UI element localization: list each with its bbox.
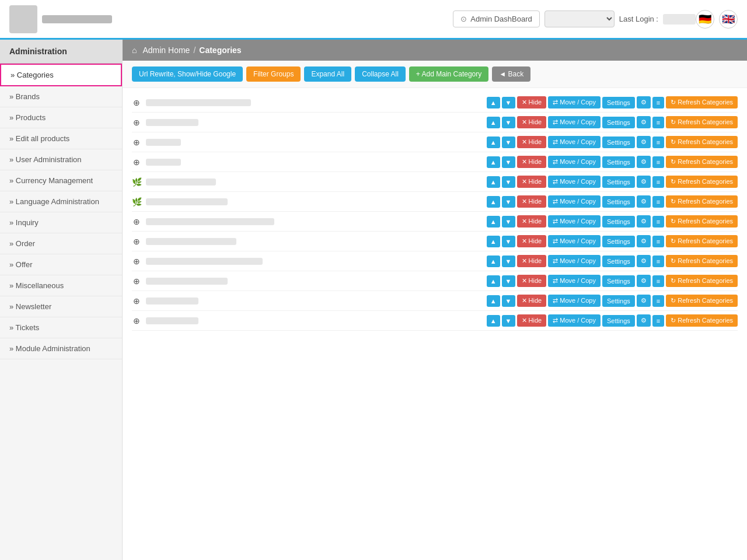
list-button[interactable]: ≡ bbox=[652, 136, 664, 148]
gear-button[interactable]: ⚙ bbox=[637, 275, 651, 287]
settings-button[interactable]: Settings bbox=[602, 315, 635, 327]
breadcrumb-home-link[interactable]: Admin Home bbox=[142, 46, 190, 55]
header-select[interactable] bbox=[544, 10, 615, 27]
gear-button[interactable]: ⚙ bbox=[637, 176, 651, 188]
list-button[interactable]: ≡ bbox=[652, 117, 664, 128]
move-down-button[interactable]: ▼ bbox=[502, 315, 515, 327]
move-down-button[interactable]: ▼ bbox=[502, 256, 515, 267]
move-copy-button[interactable]: ⇄ Move / Copy bbox=[548, 176, 601, 188]
list-button[interactable]: ≡ bbox=[652, 275, 664, 287]
list-button[interactable]: ≡ bbox=[652, 176, 664, 188]
settings-button[interactable]: Settings bbox=[602, 117, 635, 128]
move-copy-button[interactable]: ⇄ Move / Copy bbox=[548, 116, 601, 128]
refresh-categories-button[interactable]: ↻ Refresh Categories bbox=[666, 275, 738, 287]
sidebar-item-currency-management[interactable]: » Currency Management bbox=[0, 170, 122, 191]
move-down-button[interactable]: ▼ bbox=[502, 176, 515, 188]
list-button[interactable]: ≡ bbox=[652, 256, 664, 267]
hide-button[interactable]: ✕ Hide bbox=[517, 275, 547, 287]
refresh-categories-button[interactable]: ↻ Refresh Categories bbox=[666, 116, 738, 128]
hide-button[interactable]: ✕ Hide bbox=[517, 116, 547, 128]
list-button[interactable]: ≡ bbox=[652, 295, 664, 307]
move-copy-button[interactable]: ⇄ Move / Copy bbox=[548, 295, 601, 307]
settings-button[interactable]: Settings bbox=[602, 156, 635, 168]
sidebar-item-inquiry[interactable]: » Inquiry bbox=[0, 212, 122, 233]
sidebar-item-tickets[interactable]: » Tickets bbox=[0, 317, 122, 338]
refresh-categories-button[interactable]: ↻ Refresh Categories bbox=[666, 156, 738, 168]
filter-groups-button[interactable]: Filter Groups bbox=[246, 66, 301, 82]
sidebar-item-order[interactable]: » Order bbox=[0, 233, 122, 254]
move-up-button[interactable]: ▲ bbox=[487, 315, 500, 327]
refresh-categories-button[interactable]: ↻ Refresh Categories bbox=[666, 255, 738, 267]
gear-button[interactable]: ⚙ bbox=[637, 295, 651, 307]
list-button[interactable]: ≡ bbox=[652, 97, 664, 108]
refresh-categories-button[interactable]: ↻ Refresh Categories bbox=[666, 96, 738, 108]
hide-button[interactable]: ✕ Hide bbox=[517, 295, 547, 307]
flag-de[interactable]: 🇩🇪 bbox=[696, 10, 714, 29]
move-up-button[interactable]: ▲ bbox=[487, 216, 500, 228]
list-button[interactable]: ≡ bbox=[652, 315, 664, 327]
url-rewrite-button[interactable]: Url Rewrite, Show/Hide Google bbox=[132, 66, 243, 82]
refresh-categories-button[interactable]: ↻ Refresh Categories bbox=[666, 136, 738, 148]
move-up-button[interactable]: ▲ bbox=[487, 295, 500, 307]
gear-button[interactable]: ⚙ bbox=[637, 314, 651, 327]
move-copy-button[interactable]: ⇄ Move / Copy bbox=[548, 136, 601, 148]
settings-button[interactable]: Settings bbox=[602, 236, 635, 247]
settings-button[interactable]: Settings bbox=[602, 295, 635, 307]
admin-dashboard-button[interactable]: ⊙ Admin DashBoard bbox=[453, 10, 540, 27]
move-down-button[interactable]: ▼ bbox=[502, 295, 515, 307]
sidebar-item-categories[interactable]: » Categories bbox=[0, 64, 122, 86]
refresh-categories-button[interactable]: ↻ Refresh Categories bbox=[666, 235, 738, 247]
back-button[interactable]: ◄ Back bbox=[492, 66, 530, 82]
move-up-button[interactable]: ▲ bbox=[487, 256, 500, 267]
expand-all-button[interactable]: Expand All bbox=[304, 66, 351, 82]
settings-button[interactable]: Settings bbox=[602, 275, 635, 287]
hide-button[interactable]: ✕ Hide bbox=[517, 136, 547, 148]
move-copy-button[interactable]: ⇄ Move / Copy bbox=[548, 156, 601, 168]
hide-button[interactable]: ✕ Hide bbox=[517, 195, 547, 208]
refresh-categories-button[interactable]: ↻ Refresh Categories bbox=[666, 215, 738, 228]
settings-button[interactable]: Settings bbox=[602, 196, 635, 208]
hide-button[interactable]: ✕ Hide bbox=[517, 255, 547, 267]
gear-button[interactable]: ⚙ bbox=[637, 96, 651, 108]
add-main-category-button[interactable]: + Add Main Category bbox=[409, 66, 488, 82]
move-down-button[interactable]: ▼ bbox=[502, 216, 515, 228]
move-copy-button[interactable]: ⇄ Move / Copy bbox=[548, 255, 601, 267]
gear-button[interactable]: ⚙ bbox=[637, 195, 651, 208]
list-button[interactable]: ≡ bbox=[652, 156, 664, 168]
gear-button[interactable]: ⚙ bbox=[637, 116, 651, 128]
move-down-button[interactable]: ▼ bbox=[502, 136, 515, 148]
sidebar-item-edit-all-products[interactable]: » Edit all products bbox=[0, 128, 122, 149]
move-up-button[interactable]: ▲ bbox=[487, 136, 500, 148]
settings-button[interactable]: Settings bbox=[602, 176, 635, 188]
list-button[interactable]: ≡ bbox=[652, 196, 664, 208]
gear-button[interactable]: ⚙ bbox=[637, 255, 651, 267]
move-copy-button[interactable]: ⇄ Move / Copy bbox=[548, 215, 601, 228]
hide-button[interactable]: ✕ Hide bbox=[517, 215, 547, 228]
settings-button[interactable]: Settings bbox=[602, 256, 635, 267]
flag-gb[interactable]: 🇬🇧 bbox=[719, 10, 738, 29]
sidebar-item-language-administration[interactable]: » Language Administration bbox=[0, 191, 122, 212]
gear-button[interactable]: ⚙ bbox=[637, 136, 651, 148]
move-up-button[interactable]: ▲ bbox=[487, 196, 500, 208]
refresh-categories-button[interactable]: ↻ Refresh Categories bbox=[666, 295, 738, 307]
move-copy-button[interactable]: ⇄ Move / Copy bbox=[548, 96, 601, 108]
settings-button[interactable]: Settings bbox=[602, 97, 635, 108]
move-down-button[interactable]: ▼ bbox=[502, 97, 515, 108]
list-button[interactable]: ≡ bbox=[652, 236, 664, 247]
move-up-button[interactable]: ▲ bbox=[487, 275, 500, 287]
sidebar-item-brands[interactable]: » Brands bbox=[0, 86, 122, 107]
sidebar-item-module-administration[interactable]: » Module Administration bbox=[0, 338, 122, 359]
settings-button[interactable]: Settings bbox=[602, 216, 635, 228]
settings-button[interactable]: Settings bbox=[602, 136, 635, 148]
move-up-button[interactable]: ▲ bbox=[487, 176, 500, 188]
sidebar-item-user-administration[interactable]: » User Administration bbox=[0, 149, 122, 170]
hide-button[interactable]: ✕ Hide bbox=[517, 156, 547, 168]
hide-button[interactable]: ✕ Hide bbox=[517, 96, 547, 108]
refresh-categories-button[interactable]: ↻ Refresh Categories bbox=[666, 195, 738, 208]
refresh-categories-button[interactable]: ↻ Refresh Categories bbox=[666, 176, 738, 188]
list-button[interactable]: ≡ bbox=[652, 216, 664, 228]
move-copy-button[interactable]: ⇄ Move / Copy bbox=[548, 235, 601, 247]
move-copy-button[interactable]: ⇄ Move / Copy bbox=[548, 195, 601, 208]
sidebar-item-miscellaneous[interactable]: » Miscellaneous bbox=[0, 275, 122, 296]
move-copy-button[interactable]: ⇄ Move / Copy bbox=[548, 275, 601, 287]
